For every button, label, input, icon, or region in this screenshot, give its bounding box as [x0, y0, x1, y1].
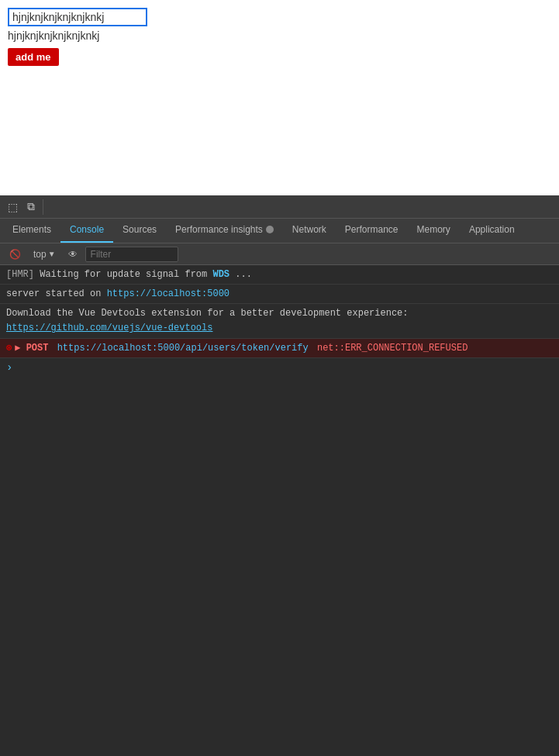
tab-performance-insights-label: Performance insights	[175, 224, 263, 235]
clear-icon: 🚫	[9, 249, 21, 260]
clear-console-button[interactable]: 🚫	[5, 247, 26, 261]
dropdown-arrow-icon: ▼	[48, 250, 56, 258]
tab-sources[interactable]: Sources	[113, 219, 166, 243]
tab-performance[interactable]: Performance	[336, 219, 408, 243]
tab-performance-label: Performance	[345, 224, 399, 235]
console-prompt: ›	[0, 358, 559, 377]
performance-insights-badge	[266, 226, 274, 233]
add-me-button[interactable]: add me	[8, 48, 59, 66]
tab-application[interactable]: Application	[460, 219, 524, 243]
page-text: hjnjknjknjknjknjknkj	[8, 29, 551, 42]
localhost-link[interactable]: https://localhost:5000	[107, 288, 229, 299]
error-content: ▶ POST https://localhost:5000/api/users/…	[15, 341, 468, 355]
console-line-hmr: [HMR] Waiting for update signal from WDS…	[0, 265, 559, 285]
tab-network[interactable]: Network	[283, 219, 336, 243]
device-toggle-button[interactable]: ⧉	[22, 198, 40, 215]
eye-button[interactable]: 👁	[64, 247, 82, 261]
context-selector[interactable]: top ▼	[29, 247, 60, 261]
tab-performance-insights[interactable]: Performance insights	[166, 219, 283, 243]
text-input[interactable]	[8, 8, 147, 26]
tab-elements-label: Elements	[12, 224, 51, 235]
tab-console-label: Console	[70, 224, 104, 235]
tab-memory-label: Memory	[417, 224, 450, 235]
device-icon: ⧉	[27, 200, 35, 213]
tab-console[interactable]: Console	[60, 219, 113, 243]
server-text: server started on https://localhost:5000	[6, 287, 229, 301]
console-output: [HMR] Waiting for update signal from WDS…	[0, 265, 559, 756]
prompt-symbol: ›	[6, 361, 12, 374]
separator	[43, 199, 43, 215]
vue-devtools-text: Download the Vue Devtools extension for …	[6, 308, 408, 333]
console-line-error: ⊗ ▶ POST https://localhost:5000/api/user…	[0, 339, 559, 358]
context-label: top	[33, 249, 47, 260]
hmr-text: [HMR] Waiting for update signal from WDS…	[6, 268, 252, 281]
console-line-server: server started on https://localhost:5000	[0, 285, 559, 304]
error-icon: ⊗	[6, 341, 12, 355]
console-line-vudevtools: Download the Vue Devtools extension for …	[0, 304, 559, 339]
devtools-tabs-bar: Elements Console Sources Performance ins…	[0, 219, 559, 243]
inspect-icon: ⬚	[8, 201, 18, 213]
tab-sources-label: Sources	[122, 224, 157, 235]
devtools-topbar: ⬚ ⧉	[0, 195, 559, 219]
devtools-panel: ⬚ ⧉ Elements Console Sources Performance…	[0, 195, 559, 756]
tab-elements[interactable]: Elements	[3, 219, 60, 243]
vue-devtools-link[interactable]: https://github.com/vuejs/vue-devtools	[6, 323, 212, 333]
eye-icon: 👁	[68, 249, 78, 260]
filter-input[interactable]	[85, 247, 178, 262]
tab-network-label: Network	[292, 224, 326, 235]
tab-memory[interactable]: Memory	[408, 219, 460, 243]
error-url-link[interactable]: https://localhost:5000/api/users/token/v…	[57, 343, 309, 354]
tab-application-label: Application	[469, 224, 515, 235]
console-toolbar: 🚫 top ▼ 👁	[0, 243, 559, 265]
inspect-element-button[interactable]: ⬚	[3, 199, 22, 215]
browser-viewport: hjnjknjknjknjknjknkj add me	[0, 0, 559, 195]
